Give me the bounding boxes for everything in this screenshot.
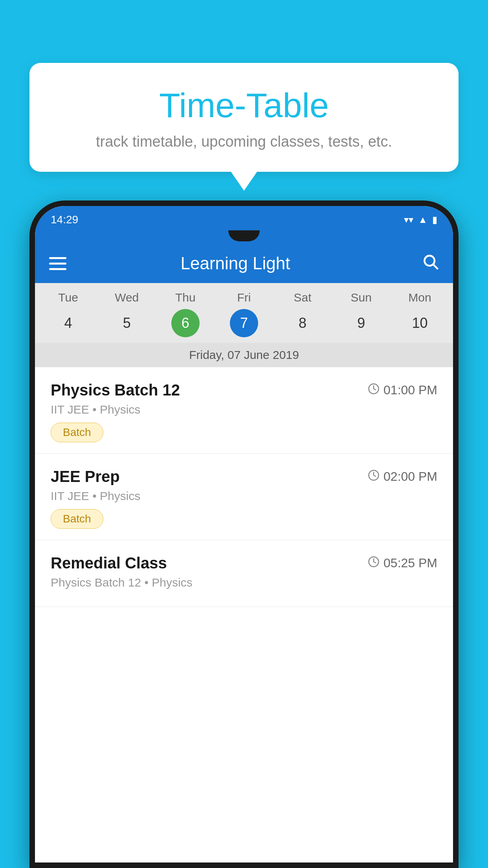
- item-1-subtitle: IIT JEE • Physics: [51, 403, 437, 416]
- day-sun: Sun: [332, 291, 391, 304]
- item-2-time: 02:00 PM: [368, 469, 437, 484]
- item-1-badge: Batch: [51, 423, 103, 442]
- day-mon: Mon: [391, 291, 449, 304]
- item-3-header: Remedial Class 05:25 PM: [51, 554, 437, 572]
- item-2-title: JEE Prep: [51, 468, 120, 485]
- wifi-icon: ▾▾: [404, 214, 413, 225]
- clock-icon-1: [368, 383, 380, 397]
- date-8[interactable]: 8: [273, 309, 332, 337]
- date-6[interactable]: 6: [156, 309, 215, 337]
- date-4[interactable]: 4: [39, 309, 97, 337]
- item-3-subtitle: Physics Batch 12 • Physics: [51, 576, 437, 589]
- item-3-title: Remedial Class: [51, 554, 167, 572]
- schedule-item-1[interactable]: Physics Batch 12 01:00 PM IIT JEE • Phys…: [35, 367, 453, 454]
- selected-date-display: Friday, 07 June 2019: [35, 343, 453, 367]
- tooltip-card: Time-Table track timetable, upcoming cla…: [29, 63, 459, 172]
- calendar-section: Tue Wed Thu Fri Sat Sun Mon 4 5 6 7 8 9 …: [35, 283, 453, 367]
- schedule-item-2[interactable]: JEE Prep 02:00 PM IIT JEE • Physics Batc…: [35, 454, 453, 540]
- signal-icon: ▲: [418, 214, 427, 225]
- status-bar: 14:29 ▾▾ ▲ ▮: [35, 206, 453, 230]
- day-wed: Wed: [97, 291, 156, 304]
- tooltip-title: Time-Table: [53, 86, 435, 125]
- day-tue: Tue: [39, 291, 97, 304]
- notch-area: [35, 230, 453, 244]
- phone-mockup: 14:29 ▾▾ ▲ ▮ Learning Light: [29, 200, 459, 868]
- tooltip-subtitle: track timetable, upcoming classes, tests…: [53, 133, 435, 150]
- app-bar: Learning Light: [35, 244, 453, 283]
- clock-icon-2: [368, 469, 380, 484]
- item-3-time: 05:25 PM: [368, 556, 437, 570]
- item-2-badge: Batch: [51, 509, 103, 529]
- status-time: 14:29: [51, 213, 78, 226]
- clock-icon-3: [368, 556, 380, 570]
- item-1-title: Physics Batch 12: [51, 381, 180, 399]
- app-title: Learning Light: [69, 254, 422, 273]
- svg-line-1: [433, 265, 437, 268]
- date-9[interactable]: 9: [332, 309, 391, 337]
- day-thu: Thu: [156, 291, 215, 304]
- item-1-time: 01:00 PM: [368, 383, 437, 397]
- item-2-time-text: 02:00 PM: [383, 469, 437, 484]
- battery-icon: ▮: [432, 214, 437, 225]
- item-1-time-text: 01:00 PM: [383, 383, 437, 397]
- hamburger-menu-button[interactable]: [49, 257, 69, 270]
- date-7[interactable]: 7: [215, 309, 273, 337]
- days-header: Tue Wed Thu Fri Sat Sun Mon: [35, 283, 453, 307]
- date-10[interactable]: 10: [391, 309, 449, 337]
- status-icons: ▾▾ ▲ ▮: [404, 214, 437, 225]
- search-button[interactable]: [422, 253, 439, 274]
- schedule-list: Physics Batch 12 01:00 PM IIT JEE • Phys…: [35, 367, 453, 862]
- item-2-header: JEE Prep 02:00 PM: [51, 468, 437, 485]
- schedule-item-3[interactable]: Remedial Class 05:25 PM Physics Batch 12…: [35, 540, 453, 607]
- notch: [228, 230, 260, 241]
- day-sat: Sat: [273, 291, 332, 304]
- day-fri: Fri: [215, 291, 273, 304]
- dates-row: 4 5 6 7 8 9 10: [35, 307, 453, 343]
- item-3-time-text: 05:25 PM: [383, 556, 437, 570]
- phone-screen: 14:29 ▾▾ ▲ ▮ Learning Light: [35, 206, 453, 862]
- item-1-header: Physics Batch 12 01:00 PM: [51, 381, 437, 399]
- item-2-subtitle: IIT JEE • Physics: [51, 489, 437, 503]
- date-5[interactable]: 5: [97, 309, 156, 337]
